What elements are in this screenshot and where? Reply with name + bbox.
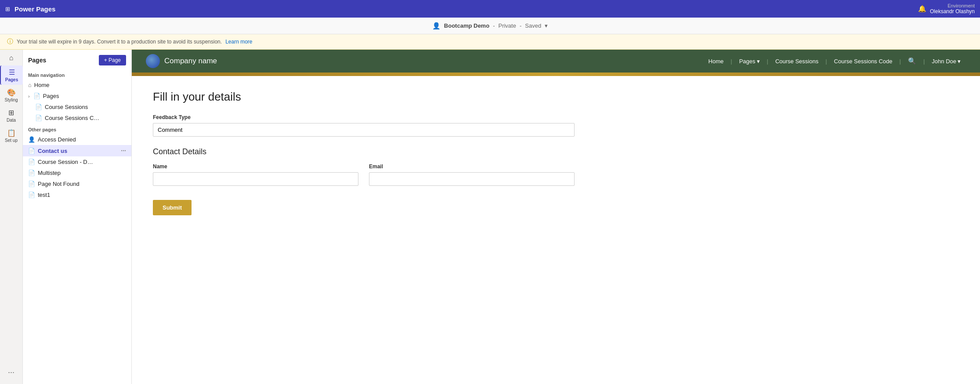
env-user-block: Environment Oleksandr Olashyn <box>930 3 975 14</box>
preview-gold-bar <box>132 72 980 76</box>
name-label: Name <box>153 163 358 170</box>
nav-item-course-session-d[interactable]: 📄 Course Session - D… <box>23 156 131 167</box>
nav-item-pages-label: Pages <box>43 93 59 99</box>
home-nav-icon: ⌂ <box>28 82 32 88</box>
site-dash2: - <box>520 22 521 29</box>
sidebar-item-data[interactable]: ⊞ Data <box>0 106 23 125</box>
nav-item-contact-us[interactable]: 📄 Contact us ··· <box>23 145 131 156</box>
nav-sep-2: | <box>767 58 768 65</box>
site-status: Saved <box>525 22 541 29</box>
nav-item-access-denied-label: Access Denied <box>38 136 76 143</box>
course-sessions-c-icon: 📄 <box>35 115 42 121</box>
name-email-row: Name Email <box>153 163 575 186</box>
page-not-found-icon: 📄 <box>28 181 35 187</box>
contact-details-title: Contact Details <box>153 147 959 156</box>
sidebar-item-styling[interactable]: 🎨 Styling <box>0 86 23 105</box>
bell-icon[interactable]: 🔔 <box>918 5 926 13</box>
trial-banner: ⓘ Your trial site will expire in 9 days.… <box>0 34 980 50</box>
trial-message: Your trial site will expire in 9 days. C… <box>17 39 222 45</box>
add-page-button[interactable]: + Page <box>99 55 126 65</box>
nav-item-course-sessions-label: Course Sessions <box>45 104 88 110</box>
preview-nav-links: Home | Pages ▾ | Course Sessions | Cours… <box>703 57 966 65</box>
styling-icon: 🎨 <box>7 88 16 97</box>
icon-sidebar: ⌂ ☰ Pages 🎨 Styling ⊞ Data 📋 Set up ··· <box>0 50 23 384</box>
preview-user[interactable]: John Doe ▾ <box>926 58 966 65</box>
nav-item-page-not-found-label: Page Not Found <box>38 181 80 187</box>
nav-item-multistep-label: Multistep <box>38 170 61 176</box>
nav-item-course-sessions[interactable]: 📄 Course Sessions <box>23 101 131 112</box>
setup-icon: 📋 <box>7 129 16 137</box>
site-name: Bootcamp Demo <box>444 22 489 29</box>
form-title: Fill in your details <box>153 90 959 104</box>
nav-sep-3: | <box>825 58 827 65</box>
feedback-type-select[interactable]: Comment Question Suggestion Other <box>153 123 575 137</box>
nav-sep-1: | <box>730 58 732 65</box>
email-input[interactable] <box>369 172 575 186</box>
logo-circle <box>146 54 160 68</box>
page-nav-icon: 📄 <box>33 93 40 99</box>
site-visibility: - <box>493 22 495 29</box>
pages-dropdown-icon: ▾ <box>757 58 760 65</box>
sidebar-home-btn[interactable]: ⌂ <box>0 51 23 65</box>
email-label: Email <box>369 163 575 170</box>
pages-label: Pages <box>5 77 18 82</box>
chevron-right-icon: › <box>28 94 30 99</box>
pages-panel-title: Pages <box>28 57 46 64</box>
preview-nav-home[interactable]: Home <box>703 58 729 65</box>
content-body: Fill in your details Feedback Type Comme… <box>132 76 980 229</box>
preview-nav-course-sessions[interactable]: Course Sessions <box>770 58 824 65</box>
preview-navbar: Company name Home | Pages ▾ | Course Ses… <box>132 50 980 72</box>
pages-panel: Pages + Page Main navigation ⌂ Home › 📄 … <box>23 50 132 384</box>
topbar: ⊞ Power Pages 🔔 Environment Oleksandr Ol… <box>0 0 980 18</box>
styling-label: Styling <box>4 98 18 102</box>
course-sessions-icon: 📄 <box>35 104 42 110</box>
access-denied-icon: 👤 <box>28 136 35 143</box>
site-private: Private <box>498 22 516 29</box>
setup-label: Set up <box>5 138 18 143</box>
nav-item-access-denied[interactable]: 👤 Access Denied <box>23 134 131 145</box>
trial-learn-more-link[interactable]: Learn more <box>225 39 252 45</box>
nav-item-multistep[interactable]: 📄 Multistep <box>23 167 131 178</box>
sidebar-more-btn[interactable]: ··· <box>8 368 14 377</box>
nav-item-page-not-found[interactable]: 📄 Page Not Found <box>23 178 131 189</box>
submit-button[interactable]: Submit <box>153 200 192 215</box>
preview-nav-course-sessions-code[interactable]: Course Sessions Code <box>829 58 898 65</box>
contact-us-more-btn[interactable]: ··· <box>121 147 126 154</box>
nav-item-course-sessions-c-label: Course Sessions C… <box>45 115 99 121</box>
user-dropdown-icon: ▾ <box>958 58 961 65</box>
email-col: Email <box>369 163 575 186</box>
nav-sep-4: | <box>900 58 901 65</box>
preview-nav-pages[interactable]: Pages ▾ <box>734 58 765 65</box>
nav-item-test1[interactable]: 📄 test1 <box>23 189 131 200</box>
feedback-type-group: Feedback Type Comment Question Suggestio… <box>153 114 959 137</box>
site-dropdown-btn[interactable]: ▾ <box>545 22 548 29</box>
name-input[interactable] <box>153 172 358 186</box>
pages-header: Pages + Page <box>23 55 131 69</box>
nav-item-pages[interactable]: › 📄 Pages <box>23 91 131 101</box>
company-name: Company name <box>164 57 217 65</box>
name-col: Name <box>153 163 358 186</box>
main-layout: ⌂ ☰ Pages 🎨 Styling ⊞ Data 📋 Set up ··· … <box>0 50 980 384</box>
nav-item-home[interactable]: ⌂ Home <box>23 80 131 91</box>
preview-logo: Company name <box>146 54 217 68</box>
content-area: Company name Home | Pages ▾ | Course Ses… <box>132 50 980 384</box>
main-nav-section-label: Main navigation <box>23 69 131 80</box>
data-icon: ⊞ <box>8 109 14 117</box>
topbar-right: 🔔 Environment Oleksandr Olashyn <box>918 3 975 14</box>
pages-icon: ☰ <box>9 68 15 76</box>
nav-item-course-sessions-c[interactable]: 📄 Course Sessions C… <box>23 112 131 123</box>
secondbar: 👤 Bootcamp Demo - Private - Saved ▾ <box>0 18 980 34</box>
user-name: Oleksandr Olashyn <box>930 8 975 14</box>
info-icon: ⓘ <box>7 38 13 46</box>
sidebar-item-pages[interactable]: ☰ Pages <box>0 65 23 85</box>
home-icon: ⌂ <box>9 54 14 62</box>
multistep-icon: 📄 <box>28 170 35 176</box>
search-icon[interactable]: 🔍 <box>903 57 922 65</box>
sidebar-item-setup[interactable]: 📋 Set up <box>0 126 23 145</box>
nav-item-home-label: Home <box>34 82 50 88</box>
nav-sep-5: | <box>923 58 925 65</box>
contact-us-icon: 📄 <box>28 148 35 154</box>
grid-icon[interactable]: ⊞ <box>5 6 10 12</box>
course-session-d-icon: 📄 <box>28 159 35 165</box>
app-title: Power Pages <box>14 5 55 13</box>
